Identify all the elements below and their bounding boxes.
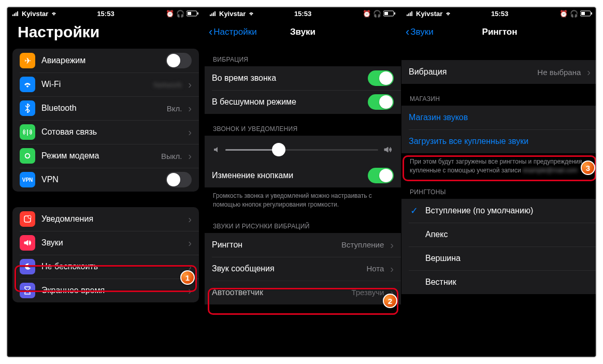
label: Звуки <box>41 238 182 247</box>
section-vibration: ВИБРАЦИЯ <box>205 45 401 66</box>
wifi-icon <box>248 11 255 16</box>
toggle[interactable] <box>368 70 394 86</box>
screen-ringtone: Kyivstar 15:53 ⏰ 🎧 ‹ Звуки Рингтон Вибра… <box>401 7 597 357</box>
row-screentime[interactable]: Экранное время › <box>12 279 199 302</box>
label: Звук сообщения <box>212 264 360 273</box>
link-icon <box>20 148 35 164</box>
signal-icon <box>12 11 20 16</box>
slider-fill <box>225 149 279 151</box>
toggle[interactable] <box>166 172 192 187</box>
row-voicemail[interactable]: Автоответчик Трезвучи › <box>205 281 401 304</box>
group-sound-patterns: Рингтон Вступление › Звук сообщения Нота… <box>205 233 401 304</box>
svg-rect-15 <box>394 12 395 14</box>
settings-group-alerts: Уведомления › Звуки › Не беспокоить › <box>12 207 199 302</box>
row-notifications[interactable]: Уведомления › <box>12 207 199 231</box>
carrier-label: Kyivstar <box>416 10 442 18</box>
volume-slider[interactable] <box>205 136 401 164</box>
row-airplane[interactable]: ✈ Авиарежим <box>12 49 199 72</box>
back-label: Звуки <box>410 27 433 37</box>
status-bar: Kyivstar 15:53 ⏰ 🎧 <box>7 7 204 20</box>
settings-group-network: ✈ Авиарежим Wi-Fi Network › Bluetooth Вк… <box>12 49 199 192</box>
signal-icon <box>210 11 217 16</box>
row-ringtone[interactable]: Рингтон Вступление › <box>205 233 401 257</box>
section-ringtones: РИНГТОНЫ <box>401 177 597 199</box>
chevron-icon: › <box>587 67 591 77</box>
status-bar: Kyivstar 15:53 ⏰ 🎧 <box>401 7 597 20</box>
chevron-icon: › <box>188 79 192 90</box>
row-cellular[interactable]: Сотовая связь › <box>12 120 199 144</box>
row-hotspot[interactable]: Режим модема Выкл. › <box>12 144 199 168</box>
label: Сотовая связь <box>41 127 182 137</box>
label: Уведомления <box>41 214 182 224</box>
group-ringtones: ✓ Вступление (по умолчанию) ✓ Апекс ✓ Ве… <box>401 199 597 294</box>
group-vibration: Вибрация Не выбрана › <box>401 60 597 84</box>
row-vpn[interactable]: VPN VPN <box>12 168 199 192</box>
row-sounds[interactable]: Звуки › <box>12 231 199 255</box>
group-store: Магазин звуков Загрузить все купленные з… <box>401 106 597 153</box>
value: Выкл. <box>161 152 182 161</box>
row-text-tone[interactable]: Звук сообщения Нота › <box>205 257 401 281</box>
svg-rect-17 <box>408 13 409 16</box>
carrier-label: Kyivstar <box>219 10 246 18</box>
ringtone-item[interactable]: ✓ Вступление (по умолчанию) <box>401 199 597 223</box>
signal-icon <box>407 11 414 16</box>
row-dnd[interactable]: Не беспокоить › <box>12 255 199 279</box>
check-icon: ✓ <box>409 253 419 264</box>
svg-rect-22 <box>591 12 592 14</box>
svg-rect-18 <box>410 12 411 16</box>
alarm-icon: ⏰ <box>559 10 568 18</box>
row-vibrate-silent[interactable]: В бесшумном режиме <box>205 90 401 114</box>
label: Не беспокоить <box>41 262 182 271</box>
svg-rect-1 <box>14 13 15 16</box>
svg-rect-6 <box>197 12 198 14</box>
slider-knob[interactable] <box>272 143 285 156</box>
ringtone-item[interactable]: ✓ Вершина <box>401 246 597 270</box>
svg-rect-10 <box>211 13 212 16</box>
ringer-footer: Громкость звонка и уведомлений можно нас… <box>205 187 401 211</box>
back-button[interactable]: ‹ Звуки <box>406 25 434 39</box>
toggle[interactable] <box>368 94 394 110</box>
battery-icon <box>186 10 199 17</box>
row-tone-store[interactable]: Магазин звуков <box>401 106 597 129</box>
svg-rect-16 <box>407 14 408 16</box>
svg-rect-12 <box>214 11 216 16</box>
navbar: Настройки <box>7 20 204 45</box>
carrier-label: Kyivstar <box>22 10 48 18</box>
row-bluetooth[interactable]: Bluetooth Вкл. › <box>12 96 199 120</box>
svg-rect-19 <box>411 11 412 16</box>
vpn-icon: VPN <box>20 172 35 187</box>
row-wifi[interactable]: Wi-Fi Network › <box>12 72 199 96</box>
svg-rect-2 <box>16 12 17 16</box>
check-icon: ✓ <box>409 276 419 288</box>
toggle[interactable] <box>166 53 192 68</box>
slider-track[interactable] <box>225 149 378 151</box>
chevron-icon: › <box>188 127 192 137</box>
label: Загрузить все купленные звуки <box>409 137 591 146</box>
alarm-icon: ⏰ <box>166 10 174 18</box>
ringtone-item[interactable]: ✓ Апекс <box>401 223 597 246</box>
wifi-icon <box>444 11 452 16</box>
wifi-icon <box>50 11 58 16</box>
label: Изменение кнопками <box>212 171 362 180</box>
wifi-value: Network <box>153 80 182 89</box>
label: В бесшумном режиме <box>212 97 362 107</box>
alarm-icon: ⏰ <box>363 10 371 18</box>
toggle[interactable] <box>368 168 394 183</box>
svg-rect-21 <box>581 12 585 15</box>
row-download-purchased[interactable]: Загрузить все купленные звуки <box>401 129 597 153</box>
blurred-account: example@mail.com <box>523 167 578 174</box>
row-vibration[interactable]: Вибрация Не выбрана › <box>401 60 597 84</box>
row-change-buttons[interactable]: Изменение кнопками <box>205 164 401 187</box>
bluetooth-icon <box>20 100 35 116</box>
row-vibrate-ring[interactable]: Во время звонка <box>205 66 401 90</box>
clock: 15:53 <box>491 10 508 18</box>
label: Рингтон <box>212 240 335 250</box>
ringtone-item[interactable]: ✓ Вестник <box>401 270 597 294</box>
label: Wi-Fi <box>41 80 147 89</box>
clock: 15:53 <box>294 10 311 18</box>
back-button[interactable]: ‹ Настройки <box>209 25 257 39</box>
hourglass-icon <box>20 283 35 298</box>
page-title: Звуки <box>290 27 315 37</box>
group-vibration: Во время звонка В бесшумном режиме <box>205 66 401 114</box>
moon-icon <box>20 259 35 274</box>
